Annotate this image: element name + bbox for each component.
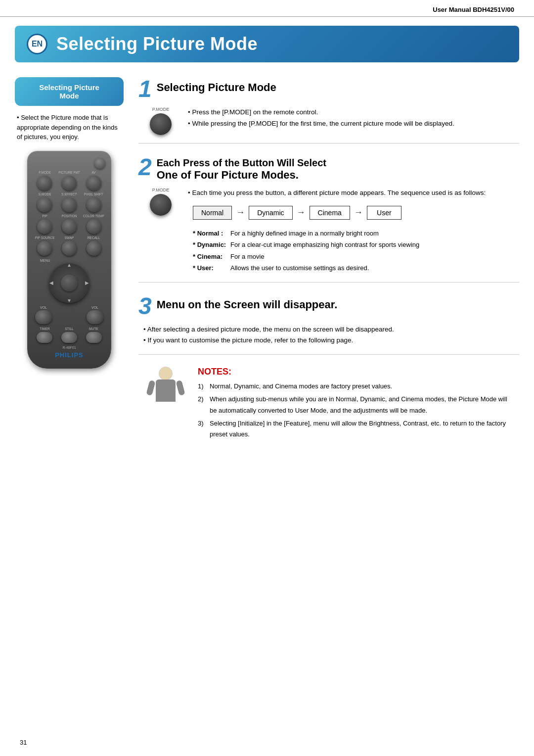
seffect-button[interactable] — [62, 197, 77, 212]
step2-right: Each time you press the button, a differ… — [188, 188, 486, 274]
step1-content: P.MODE Press the [P.MODE] on the remote … — [138, 107, 519, 135]
av-button[interactable] — [87, 176, 101, 190]
figure-person — [146, 367, 185, 411]
figure-body — [156, 379, 176, 402]
page-number: 31 — [20, 739, 27, 746]
step3-instruction-2: If you want to customise the picture mod… — [143, 335, 519, 346]
page-title: Selecting Picture Mode — [56, 34, 258, 54]
mode-desc-dynamic: * Dynamic: For a clear-cut image emphasi… — [193, 239, 486, 250]
remote-vol-row: VOL VOL — [33, 306, 105, 324]
smode-button[interactable] — [37, 197, 52, 212]
step2-header: 2 Each Press of the Button Will Select O… — [138, 155, 519, 182]
step2-section: 2 Each Press of the Button Will Select O… — [138, 155, 519, 283]
sidebar-badge: Selecting Picture Mode — [15, 77, 124, 106]
recall-button[interactable] — [87, 241, 101, 256]
mode-normal: Normal — [193, 206, 232, 220]
remote-nav: ▲ ▼ ◀ ▶ — [49, 263, 89, 303]
page-title-banner: EN Selecting Picture Mode — [15, 26, 519, 62]
picture-fmt-button[interactable] — [62, 176, 77, 190]
notes-title: NOTES: — [198, 367, 514, 377]
step3-instruction-1: After selecting a desired picture mode, … — [143, 324, 519, 335]
step1-title: Selecting Picture Mode — [157, 77, 276, 94]
notes-content: NOTES: 1) Normal, Dynamic, and Cinema mo… — [198, 367, 514, 441]
notes-section: NOTES: 1) Normal, Dynamic, and Cinema mo… — [138, 367, 519, 441]
step2-instruction: Each time you press the button, a differ… — [188, 188, 486, 199]
position-button[interactable] — [62, 219, 77, 234]
vol-right-button[interactable] — [87, 310, 103, 324]
note-item-2: 2) When adjusting sub-menus while you ar… — [198, 394, 514, 416]
vol-left-button[interactable] — [35, 310, 52, 324]
step2-pmode-area: P.MODE — [143, 188, 178, 274]
step1-pmode-button[interactable] — [150, 113, 172, 135]
remote-brand: PHILIPS — [33, 351, 105, 359]
pip-button[interactable] — [37, 219, 52, 234]
note-item-1: 1) Normal, Dynamic, and Cinema modes are… — [198, 381, 514, 392]
step1-instructions: Press the [P.MODE] on the remote control… — [188, 107, 454, 135]
step3-section: 3 Menu on the Screen will disappear. Aft… — [138, 294, 519, 355]
mode-desc-normal: * Normal : For a highly defined image in… — [193, 228, 486, 239]
remote-bottom-labels: TIMER STILL MUTE — [33, 327, 105, 331]
step2-title-block: Each Press of the Button Will Select One… — [157, 155, 326, 182]
sidebar: Selecting Picture Mode • Select the Pict… — [15, 77, 124, 442]
step3-title: Menu on the Screen will disappear. — [157, 294, 338, 311]
notes-list: 1) Normal, Dynamic, and Cinema modes are… — [198, 381, 514, 439]
pmode-button[interactable] — [37, 176, 52, 190]
step1-number: 1 — [138, 77, 152, 101]
remote-bottom-buttons — [33, 332, 105, 343]
figure-arm-right — [176, 380, 185, 396]
mode-desc-user: * User: Allows the user to customise set… — [193, 262, 486, 274]
remote-row4-buttons — [33, 241, 105, 256]
step1-pmode-area: P.MODE — [143, 107, 178, 135]
remote-container: P.MODE PICTURE FMT AV S.MODE S.EFFECT PI… — [15, 151, 124, 369]
mute-button[interactable] — [86, 332, 102, 343]
power-button[interactable] — [94, 158, 105, 169]
step1-section: 1 Selecting Picture Mode P.MODE Press th… — [138, 77, 519, 143]
arrow2: → — [297, 207, 306, 218]
pipsource-button[interactable] — [37, 241, 52, 256]
remote-model: R-48F01 — [33, 346, 105, 349]
remote-menu-area: MENU ▲ ▼ ◀ ▶ — [33, 259, 105, 303]
remote-row1-labels: P.MODE PICTURE FMT AV — [33, 171, 105, 175]
remote-row3-labels: PIP POSITION COLOR TEMP — [33, 214, 105, 218]
figure-arm-left — [146, 380, 155, 396]
mode-cinema: Cinema — [310, 206, 350, 220]
timer-button[interactable] — [37, 332, 52, 343]
page-header: User Manual BDH4251V/00 — [0, 0, 534, 17]
mode-user: User — [367, 206, 401, 220]
step1-header: 1 Selecting Picture Mode — [138, 77, 519, 101]
remote-control: P.MODE PICTURE FMT AV S.MODE S.EFFECT PI… — [27, 151, 111, 369]
remote-row3-buttons — [33, 219, 105, 234]
step2-content: P.MODE Each time you press the button, a… — [138, 188, 519, 274]
nav-center[interactable] — [61, 275, 78, 291]
mode-desc-cinema: * Cinema: For a movie — [193, 251, 486, 262]
remote-row2-buttons — [33, 197, 105, 212]
remote-row1-buttons — [33, 176, 105, 190]
manual-title: User Manual BDH4251V/00 — [433, 6, 514, 13]
step3-header: 3 Menu on the Screen will disappear. — [138, 294, 519, 318]
step2-number: 2 — [138, 155, 152, 179]
colortemp-button[interactable] — [87, 219, 101, 234]
pixelshift-button[interactable] — [87, 197, 101, 212]
step3-instructions: After selecting a desired picture mode, … — [138, 324, 519, 347]
remote-row4-labels: PIP SOURCE SWAP RECALL — [33, 236, 105, 240]
step1-instruction-2: While pressing the [P.MODE] for the firs… — [188, 118, 454, 130]
note-item-3: 3) Selecting [Initialize] in the [Featur… — [198, 418, 514, 440]
sidebar-description: • Select the Picture mode that is approp… — [15, 113, 124, 142]
mode-sequence: Normal → Dynamic → Cinema → User — [193, 206, 486, 220]
remote-row2-labels: S.MODE S.EFFECT PIXEL SHIFT — [33, 192, 105, 196]
step2-pmode-button[interactable] — [150, 194, 172, 216]
arrow1: → — [236, 207, 245, 218]
mode-descriptions: * Normal : For a highly defined image in… — [193, 228, 486, 274]
notes-figure — [143, 367, 188, 441]
main-content: Selecting Picture Mode • Select the Pict… — [0, 67, 534, 452]
step2-sub-title: One of Four Picture Modes. — [157, 169, 326, 182]
swap-button[interactable] — [62, 241, 77, 256]
still-button[interactable] — [61, 332, 77, 343]
en-badge: EN — [27, 34, 47, 54]
content-area: 1 Selecting Picture Mode P.MODE Press th… — [138, 77, 519, 442]
step1-instruction-1: Press the [P.MODE] on the remote control… — [188, 107, 454, 118]
step2-main-title: Each Press of the Button Will Select — [157, 157, 326, 169]
figure-head — [159, 367, 173, 380]
arrow3: → — [354, 207, 363, 218]
mode-dynamic: Dynamic — [249, 206, 292, 220]
